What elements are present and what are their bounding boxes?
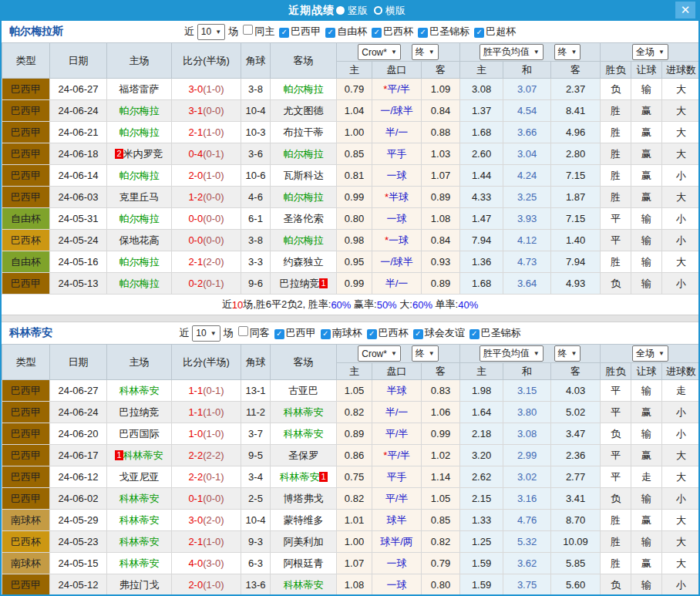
odds-away: 0.83	[422, 380, 460, 402]
league-badge: 巴西甲	[2, 380, 50, 402]
avg-draw: 4.54	[503, 100, 551, 122]
handicap: 平/半	[372, 423, 422, 445]
home-team: 科林蒂安	[107, 553, 172, 574]
avg-draw-value: 3.16	[517, 493, 537, 504]
league-filter-checkbox[interactable]: ✓	[413, 329, 423, 339]
league-badge: 巴西甲	[2, 122, 50, 143]
league-filter-checkbox[interactable]: ✓	[321, 329, 331, 339]
odds-home: 1.04	[337, 100, 372, 122]
odds-final-select[interactable]: 终▼	[412, 44, 439, 60]
avg-draw: 3.07	[503, 79, 551, 100]
odds-away: 0.79	[422, 553, 460, 574]
avg-home: 1.47	[460, 208, 503, 230]
avg-draw: 3.04	[503, 143, 551, 165]
league-filter-checkbox[interactable]: ✓	[325, 28, 335, 38]
away-team: 瓦斯科达	[271, 165, 337, 187]
halftime-score: (0-0)	[203, 234, 224, 246]
match-count-select[interactable]: 10▼	[197, 24, 225, 40]
odds-source-select[interactable]: Crow*▼	[358, 44, 401, 60]
avg-draw: 3.25	[503, 187, 551, 208]
result-goals: 大	[662, 466, 700, 488]
home-team: 弗拉门戈	[107, 574, 172, 596]
near-label: 近	[179, 326, 189, 340]
avg-final-select[interactable]: 终▼	[554, 345, 581, 362]
result-goals: 小	[662, 423, 700, 445]
avg-home: 1.68	[460, 122, 503, 143]
result-goals: 小	[662, 273, 700, 295]
away-team: 帕尔梅拉	[271, 143, 337, 165]
home-team-name: 科林蒂安	[119, 385, 160, 396]
select-value: 终	[416, 347, 425, 360]
league-filter-label: 巴西杯	[379, 327, 409, 338]
score: 0-1(0-0)	[172, 488, 241, 510]
league-filter-label: 巴西甲	[286, 327, 316, 338]
result-wdl: 胜	[601, 143, 631, 165]
league-filter-checkbox[interactable]: ✓	[367, 329, 377, 339]
away-team: 阿美利加	[271, 531, 337, 553]
match-date: 24-05-24	[50, 230, 107, 251]
scope-select[interactable]: 全场▼	[632, 345, 668, 362]
league-filter-checkbox[interactable]: ✓	[372, 28, 382, 38]
avg-draw-value: 2.99	[517, 450, 537, 461]
league-filter-checkbox[interactable]: ✓	[279, 28, 289, 38]
avg-home: 2.62	[460, 466, 503, 488]
result-wdl: 胜	[601, 251, 631, 273]
away-team-name: 博塔弗戈	[284, 493, 324, 504]
odds-final-select[interactable]: 终▼	[412, 345, 439, 362]
avg-final-select[interactable]: 终▼	[554, 44, 581, 60]
league-filter-checkbox[interactable]: ✓	[474, 28, 484, 38]
col-header: 类型	[2, 345, 50, 380]
avg-draw: 4.73	[503, 251, 551, 273]
summary-item-value: 40%	[458, 299, 478, 311]
chevron-down-icon: ▼	[658, 350, 665, 357]
match-count-select[interactable]: 10▼	[192, 325, 220, 342]
corner-count: 2-5	[241, 488, 271, 510]
avg-away: 4.93	[551, 273, 601, 295]
home-team-name: 科林蒂安	[119, 493, 160, 504]
result-wdl: 负	[601, 423, 631, 445]
halftime-score: (3-0)	[203, 557, 224, 569]
close-button[interactable]: ✕	[675, 2, 695, 19]
same-venue-checkbox[interactable]	[238, 326, 248, 336]
radio-option-vertical[interactable]: 竖版	[336, 4, 368, 18]
result-wdl: 胜	[601, 187, 631, 208]
radio-option-horizontal[interactable]: 横版	[374, 4, 406, 18]
avg-away: 7.94	[551, 251, 601, 273]
odds-source-select[interactable]: Crow*▼	[358, 345, 401, 362]
handicap-value: 球半/两	[380, 536, 413, 547]
avg-away: 2.36	[551, 445, 601, 466]
away-team: 科林蒂安	[271, 402, 337, 423]
score: 2-0(1-0)	[172, 574, 241, 596]
league-badge: 巴西甲	[2, 187, 50, 208]
score: 2-1(2-0)	[172, 251, 241, 273]
league-filter-checkbox[interactable]: ✓	[418, 28, 428, 38]
league-filter-checkbox[interactable]: ✓	[469, 329, 480, 339]
sub-col-header: 主	[337, 363, 372, 380]
team-section: 科林蒂安 近10▼场同客✓巴西甲✓南球杯✓巴西杯✓球会友谊✓巴圣锦标 类型日期主…	[2, 322, 698, 596]
corner-count: 3-6	[241, 143, 271, 165]
same-venue-checkbox[interactable]	[243, 25, 253, 35]
avg-source-select[interactable]: 胜平负均值▼	[480, 44, 544, 60]
result-goals: 大	[662, 79, 700, 100]
result-handicap: 输	[631, 574, 662, 596]
league-badge: 巴西甲	[2, 488, 50, 510]
avg-source-select[interactable]: 胜平负均值▼	[480, 345, 544, 362]
avg-draw-value: 3.93	[517, 213, 537, 224]
home-team: 巴拉纳竞	[107, 402, 172, 423]
match-date: 24-05-13	[50, 273, 107, 295]
league-filter-checkbox[interactable]: ✓	[274, 329, 284, 339]
scope-select[interactable]: 全场▼	[632, 44, 668, 60]
avg-home: 7.94	[460, 230, 503, 251]
home-team-name: 科林蒂安	[123, 450, 163, 461]
halftime-score: (0-0)	[203, 493, 224, 504]
chevron-down-icon: ▼	[215, 29, 221, 35]
col-header: 比分(半场)	[172, 345, 241, 380]
fulltime-score: 2-1	[188, 536, 203, 547]
team-name: 帕尔梅拉斯	[9, 25, 63, 39]
chevron-down-icon: ▼	[658, 49, 665, 56]
result-wdl: 平	[601, 208, 631, 230]
fulltime-score: 2-1	[188, 126, 203, 138]
result-wdl: 平	[601, 230, 631, 251]
result-handicap: 输	[631, 230, 662, 251]
halftime-score: (2-2)	[203, 450, 224, 461]
